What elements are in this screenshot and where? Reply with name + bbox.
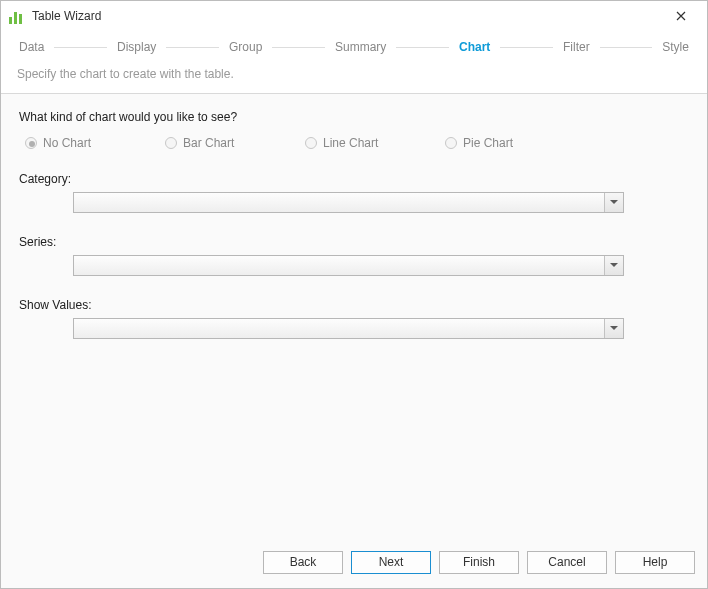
help-button[interactable]: Help [615, 551, 695, 574]
radio-label: No Chart [43, 136, 91, 150]
back-button[interactable]: Back [263, 551, 343, 574]
radio-icon [445, 137, 457, 149]
series-field-group: Series: [19, 235, 689, 276]
chevron-down-icon [610, 326, 618, 331]
step-data[interactable]: Data [17, 40, 46, 54]
category-value [74, 193, 604, 212]
chart-type-radios: No Chart Bar Chart Line Chart Pie Chart [25, 136, 689, 150]
wizard-steps: Data Display Group Summary Chart Filter … [1, 31, 707, 63]
showvalues-dropdown-button[interactable] [604, 319, 623, 338]
category-label: Category: [19, 172, 689, 186]
step-summary[interactable]: Summary [333, 40, 388, 54]
wizard-window: Table Wizard Data Display Group Summary … [0, 0, 708, 589]
step-style[interactable]: Style [660, 40, 691, 54]
showvalues-label: Show Values: [19, 298, 689, 312]
cancel-button[interactable]: Cancel [527, 551, 607, 574]
next-button[interactable]: Next [351, 551, 431, 574]
step-display[interactable]: Display [115, 40, 158, 54]
finish-button[interactable]: Finish [439, 551, 519, 574]
close-button[interactable] [661, 2, 701, 30]
radio-label: Pie Chart [463, 136, 513, 150]
radio-pie-chart[interactable]: Pie Chart [445, 136, 585, 150]
step-group[interactable]: Group [227, 40, 264, 54]
chevron-down-icon [610, 263, 618, 268]
step-filter[interactable]: Filter [561, 40, 592, 54]
showvalues-value [74, 319, 604, 338]
radio-no-chart[interactable]: No Chart [25, 136, 165, 150]
wizard-footer: Back Next Finish Cancel Help [1, 544, 707, 588]
showvalues-field-group: Show Values: [19, 298, 689, 339]
radio-icon [165, 137, 177, 149]
radio-line-chart[interactable]: Line Chart [305, 136, 445, 150]
radio-icon [25, 137, 37, 149]
radio-bar-chart[interactable]: Bar Chart [165, 136, 305, 150]
showvalues-combobox[interactable] [73, 318, 624, 339]
series-label: Series: [19, 235, 689, 249]
radio-label: Bar Chart [183, 136, 234, 150]
close-icon [676, 11, 686, 21]
step-chart[interactable]: Chart [457, 40, 492, 54]
category-combobox[interactable] [73, 192, 624, 213]
chart-type-question: What kind of chart would you like to see… [19, 110, 689, 124]
chevron-down-icon [610, 200, 618, 205]
category-dropdown-button[interactable] [604, 193, 623, 212]
radio-icon [305, 137, 317, 149]
radio-label: Line Chart [323, 136, 378, 150]
wizard-body: What kind of chart would you like to see… [1, 94, 707, 544]
series-value [74, 256, 604, 275]
step-subtitle: Specify the chart to create with the tab… [1, 63, 707, 94]
series-combobox[interactable] [73, 255, 624, 276]
titlebar: Table Wizard [1, 1, 707, 31]
series-dropdown-button[interactable] [604, 256, 623, 275]
app-icon [9, 8, 25, 24]
category-field-group: Category: [19, 172, 689, 213]
window-title: Table Wizard [32, 9, 101, 23]
